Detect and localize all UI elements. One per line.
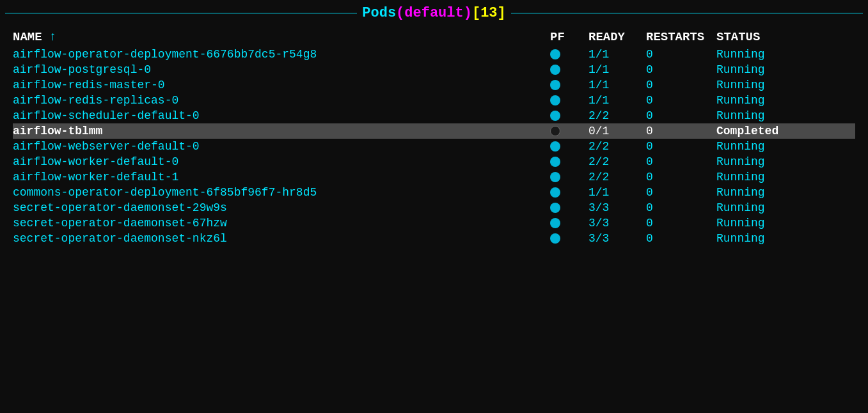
pod-ready: 2/2 (588, 109, 646, 122)
pod-restarts: 0 (646, 201, 716, 214)
terminal-window: Pods(default)[13] NAME ↑ PF READY RESTAR… (0, 0, 868, 413)
pod-name: commons-operator-deployment-6f85bf96f7-h… (13, 186, 550, 199)
table-row[interactable]: secret-operator-daemonset-67hzw 3/3 0 Ru… (13, 215, 855, 231)
pods-label: Pods (362, 5, 396, 21)
pod-status: Running (716, 109, 793, 122)
pod-count: 13 (480, 5, 497, 21)
header-line-left (5, 13, 357, 13)
pf-dot-icon (550, 187, 560, 198)
table-row[interactable]: airflow-worker-default-1 2/2 0 Running (13, 169, 855, 185)
col-header-ready: READY (588, 30, 646, 44)
namespace-close-paren: ) (464, 5, 472, 21)
pod-ready: 2/2 (588, 171, 646, 183)
pod-name: airflow-worker-default-1 (13, 171, 550, 183)
pod-status: Running (716, 186, 793, 199)
pod-name: airflow-operator-deployment-6676bb7dc5-r… (13, 48, 550, 61)
pod-name: airflow-worker-default-0 (13, 155, 550, 168)
sort-arrow-icon: ↑ (49, 30, 56, 44)
pod-status: Running (716, 232, 793, 245)
pod-status: Running (716, 79, 793, 91)
pod-restarts: 0 (646, 217, 716, 230)
pod-name: airflow-postgresql-0 (13, 63, 550, 76)
pod-status: Running (716, 155, 793, 168)
pod-name: airflow-redis-master-0 (13, 79, 550, 91)
pod-pf (550, 49, 588, 59)
pod-ready: 1/1 (588, 186, 646, 199)
pod-status: Completed (716, 125, 793, 137)
pf-dot-icon (550, 65, 560, 75)
pod-pf (550, 203, 588, 213)
count-bracket-close: ] (498, 5, 506, 21)
pod-restarts: 0 (646, 109, 716, 122)
pf-dot-icon (550, 95, 560, 105)
pod-pf (550, 187, 588, 198)
table-row[interactable]: airflow-tblmm 0/1 0 Completed (13, 123, 855, 139)
col-header-status: STATUS (716, 30, 793, 44)
pf-dot-icon (550, 157, 560, 167)
column-headers: NAME ↑ PF READY RESTARTS STATUS (13, 26, 855, 47)
pf-dot-icon (550, 49, 560, 59)
pod-ready: 3/3 (588, 232, 646, 245)
pod-restarts: 0 (646, 155, 716, 168)
col-header-name: NAME ↑ (13, 30, 550, 44)
pf-dot-icon (550, 172, 560, 182)
pod-name: airflow-scheduler-default-0 (13, 109, 550, 122)
pod-ready: 2/2 (588, 155, 646, 168)
header-bar: Pods(default)[13] (0, 0, 868, 24)
pods-table: NAME ↑ PF READY RESTARTS STATUS airflow-… (0, 24, 868, 253)
pod-restarts: 0 (646, 94, 716, 107)
pod-restarts: 0 (646, 232, 716, 245)
table-row[interactable]: airflow-redis-master-0 1/1 0 Running (13, 77, 855, 93)
pod-status: Running (716, 48, 793, 61)
pod-ready: 1/1 (588, 48, 646, 61)
pod-name: airflow-redis-replicas-0 (13, 94, 550, 107)
pod-name: airflow-tblmm (13, 125, 550, 137)
pod-restarts: 0 (646, 125, 716, 137)
table-row[interactable]: secret-operator-daemonset-nkz6l 3/3 0 Ru… (13, 231, 855, 246)
pod-pf (550, 233, 588, 244)
pod-pf (550, 141, 588, 152)
pf-dot-icon (550, 218, 560, 228)
pod-ready: 1/1 (588, 79, 646, 91)
header-title: Pods(default)[13] (362, 5, 505, 21)
table-row[interactable]: airflow-postgresql-0 1/1 0 Running (13, 62, 855, 77)
pod-status: Running (716, 201, 793, 214)
pf-dot-icon (550, 80, 560, 90)
pod-status: Running (716, 217, 793, 230)
table-row[interactable]: secret-operator-daemonset-29w9s 3/3 0 Ru… (13, 200, 855, 215)
pod-name: airflow-webserver-default-0 (13, 140, 550, 153)
table-row[interactable]: airflow-worker-default-0 2/2 0 Running (13, 154, 855, 169)
col-header-pf: PF (550, 30, 588, 44)
pod-pf (550, 95, 588, 105)
count-bracket-open: [ (472, 5, 480, 21)
pods-list: airflow-operator-deployment-6676bb7dc5-r… (13, 47, 855, 246)
pod-ready: 2/2 (588, 140, 646, 153)
pod-status: Running (716, 94, 793, 107)
table-row[interactable]: airflow-operator-deployment-6676bb7dc5-r… (13, 47, 855, 62)
pod-restarts: 0 (646, 79, 716, 91)
pod-pf (550, 126, 588, 136)
table-row[interactable]: commons-operator-deployment-6f85bf96f7-h… (13, 185, 855, 200)
pod-restarts: 0 (646, 48, 716, 61)
pf-dot-icon (550, 126, 560, 136)
table-row[interactable]: airflow-scheduler-default-0 2/2 0 Runnin… (13, 108, 855, 123)
namespace-value: default (404, 5, 463, 21)
pod-pf (550, 218, 588, 228)
pod-restarts: 0 (646, 171, 716, 183)
pod-name: secret-operator-daemonset-nkz6l (13, 232, 550, 245)
pod-pf (550, 80, 588, 90)
table-row[interactable]: airflow-redis-replicas-0 1/1 0 Running (13, 93, 855, 108)
pod-pf (550, 172, 588, 182)
table-row[interactable]: airflow-webserver-default-0 2/2 0 Runnin… (13, 139, 855, 154)
pod-restarts: 0 (646, 140, 716, 153)
pod-status: Running (716, 140, 793, 153)
col-header-restarts: RESTARTS (646, 30, 716, 44)
pod-name: secret-operator-daemonset-29w9s (13, 201, 550, 214)
pf-dot-icon (550, 111, 560, 121)
pf-dot-icon (550, 141, 560, 152)
pod-pf (550, 157, 588, 167)
pod-ready: 1/1 (588, 94, 646, 107)
pf-dot-icon (550, 233, 560, 244)
pod-name: secret-operator-daemonset-67hzw (13, 217, 550, 230)
pod-status: Running (716, 171, 793, 183)
